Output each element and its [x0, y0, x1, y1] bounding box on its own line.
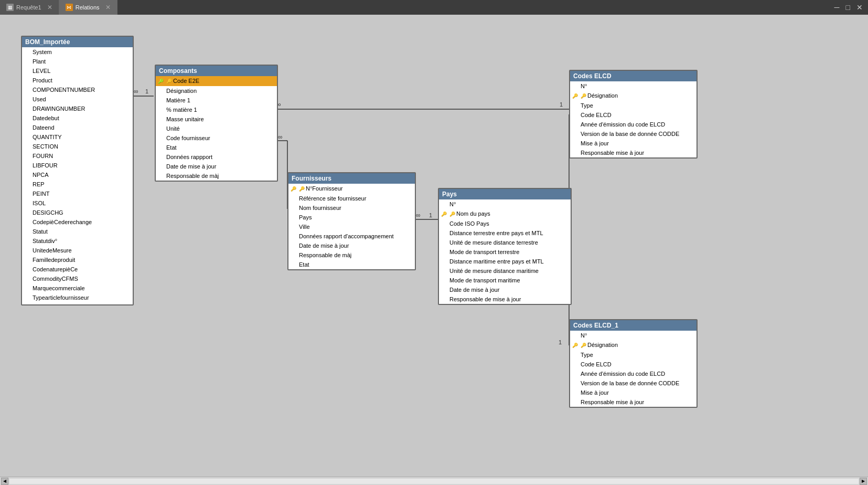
table-row[interactable]: % matière 1 [156, 105, 277, 114]
table-row[interactable]: FOURN [22, 151, 133, 161]
table-row[interactable]: Product [22, 76, 133, 85]
table-row[interactable]: PEINT [22, 189, 133, 198]
scroll-track [9, 479, 859, 484]
table-row[interactable]: Données rappport [156, 152, 277, 162]
svg-text:1: 1 [560, 101, 563, 108]
table-row[interactable]: Typearticlefournisseur [22, 293, 133, 302]
table-row[interactable]: Etat [288, 260, 415, 269]
table-row[interactable]: Marquecommerciale [22, 283, 133, 293]
minimize-button[interactable]: ─ [831, 3, 843, 12]
table-row[interactable]: Mise à jour [570, 139, 696, 148]
scroll-left-arrow[interactable]: ◀ [1, 478, 8, 485]
table-row[interactable]: Matière 1 [156, 96, 277, 105]
table-fournisseurs: Fournisseurs 🔑N°Fournisseur Référence si… [287, 172, 416, 270]
table-row[interactable]: Mode de transport terrestre [439, 247, 571, 257]
table-row[interactable]: Désignation [156, 86, 277, 96]
table-row[interactable]: CodenaturepièCe [22, 265, 133, 274]
table-row[interactable]: Année d'émission du code ELCD [570, 369, 696, 378]
table-row[interactable]: Plant [22, 57, 133, 66]
table-row[interactable]: SECTION [22, 142, 133, 151]
table-row[interactable]: Type [570, 350, 696, 360]
table-row[interactable]: Code ELCD [570, 360, 696, 369]
scroll-right-arrow[interactable]: ▶ [860, 478, 867, 485]
table-row[interactable]: DESIGCHG [22, 208, 133, 217]
table-row[interactable]: Date de mise à jour [439, 285, 571, 294]
table-row[interactable]: Version de la base de donnée CODDE [570, 378, 696, 388]
table-row[interactable]: System [22, 47, 133, 57]
table-row[interactable]: CommodityCFMS [22, 274, 133, 283]
maximize-button[interactable]: □ [843, 3, 853, 12]
tab-requete1-close[interactable]: ✕ [47, 4, 52, 11]
table-row[interactable]: 🔑Désignation [570, 91, 696, 101]
table-row[interactable]: Statutdiv° [22, 236, 133, 246]
relations-icon: ⋈ [66, 4, 73, 11]
table-row[interactable]: Nom fournisseur [288, 203, 415, 213]
svg-text:1: 1 [429, 212, 432, 218]
table-row[interactable]: REP [22, 180, 133, 189]
table-row[interactable]: Groupeachat [22, 302, 133, 304]
table-row[interactable]: Distance maritime entre pays et MTL [439, 257, 571, 266]
table-row[interactable]: Statut [22, 227, 133, 236]
table-row[interactable]: Type [570, 101, 696, 110]
table-row[interactable]: Date de mise à jour [288, 241, 415, 250]
tab-relations-close[interactable]: ✕ [105, 4, 111, 11]
table-row[interactable]: Référence site fournisseur [288, 194, 415, 203]
table-row[interactable]: Date de mise à jour [156, 162, 277, 171]
table-row[interactable]: LEVEL [22, 66, 133, 76]
table-row[interactable]: N° [570, 331, 696, 340]
table-row[interactable]: Données rapport d'accompagnement [288, 231, 415, 241]
table-row[interactable]: N° [439, 199, 571, 209]
table-row[interactable]: Mode de transport maritime [439, 276, 571, 285]
table-codes-elcd-1-body: N° 🔑Désignation Type Code ELCD Année d'é… [570, 331, 696, 407]
table-row[interactable]: ISOL [22, 198, 133, 208]
table-row[interactable]: Responsable mise à jour [570, 148, 696, 157]
table-row[interactable]: 🔑Code E2E [156, 76, 277, 86]
table-row[interactable]: 🔑Désignation [570, 340, 696, 350]
horizontal-scrollbar[interactable]: ◀ ▶ [0, 477, 868, 485]
table-row[interactable]: 🔑N°Fournisseur [288, 184, 415, 194]
table-row[interactable]: Etat [156, 143, 277, 152]
table-row[interactable]: Datedebut [22, 113, 133, 123]
svg-text:∞: ∞ [416, 212, 421, 219]
close-window-button[interactable]: ✕ [853, 3, 866, 12]
table-row[interactable]: LIBFOUR [22, 161, 133, 170]
table-row[interactable]: Responsable de mise à jour [439, 294, 571, 304]
table-fournisseurs-header: Fournisseurs [288, 173, 415, 184]
table-row[interactable]: Used [22, 94, 133, 104]
table-bom-importee-body: System Plant LEVEL Product COMPONENTNUMB… [22, 47, 133, 304]
table-row[interactable]: Dateend [22, 123, 133, 132]
table-row[interactable]: UnitedeMesure [22, 246, 133, 255]
table-row[interactable]: Ville [288, 222, 415, 231]
table-row[interactable]: 🔑Nom du pays [439, 209, 571, 219]
table-row[interactable]: Code ELCD [570, 110, 696, 120]
table-row[interactable]: DRAWINGNUMBER [22, 104, 133, 113]
table-row[interactable]: COMPONENTNUMBER [22, 85, 133, 94]
table-row[interactable]: Responsable mise à jour [570, 397, 696, 407]
table-row[interactable]: NPCA [22, 170, 133, 180]
table-row[interactable]: Unité [156, 124, 277, 133]
table-row[interactable]: CodepièCederechange [22, 217, 133, 227]
table-composants-body: 🔑Code E2E Désignation Matière 1 % matièr… [156, 76, 277, 181]
table-row[interactable]: Responsable de màj [288, 250, 415, 260]
table-row[interactable]: Version de la base de donnée CODDE [570, 129, 696, 139]
table-row[interactable]: Code fournisseur [156, 133, 277, 143]
title-bar: ▦ Requête1 ✕ ⋈ Relations ✕ ─ □ ✕ [0, 0, 868, 15]
table-row[interactable]: Code ISO Pays [439, 219, 571, 228]
table-row[interactable]: Année d'émission du code ELCD [570, 120, 696, 129]
tab-requete1[interactable]: ▦ Requête1 ✕ [0, 0, 59, 15]
table-row[interactable]: QUANTITY [22, 132, 133, 142]
table-row[interactable]: Distance terrestre entre pays et MTL [439, 228, 571, 238]
table-row[interactable]: Unité de mesure distance terrestre [439, 238, 571, 247]
tab-relations[interactable]: ⋈ Relations ✕ [59, 0, 117, 15]
table-row[interactable]: Pays [288, 213, 415, 222]
table-row[interactable]: Familledeproduit [22, 255, 133, 265]
table-row[interactable]: N° [570, 81, 696, 91]
table-row[interactable]: Masse unitaire [156, 114, 277, 124]
table-row[interactable]: Mise à jour [570, 388, 696, 397]
table-pays: Pays N° 🔑Nom du pays Code ISO Pays Dista… [438, 188, 572, 305]
table-row[interactable]: Unité de mesure distance maritime [439, 266, 571, 276]
svg-text:∞: ∞ [134, 88, 138, 95]
table-codes-elcd-1: Codes ELCD_1 N° 🔑Désignation Type Code E… [569, 319, 698, 408]
table-row[interactable]: Responsable de màj [156, 171, 277, 181]
tab-relations-label: Relations [76, 4, 100, 10]
